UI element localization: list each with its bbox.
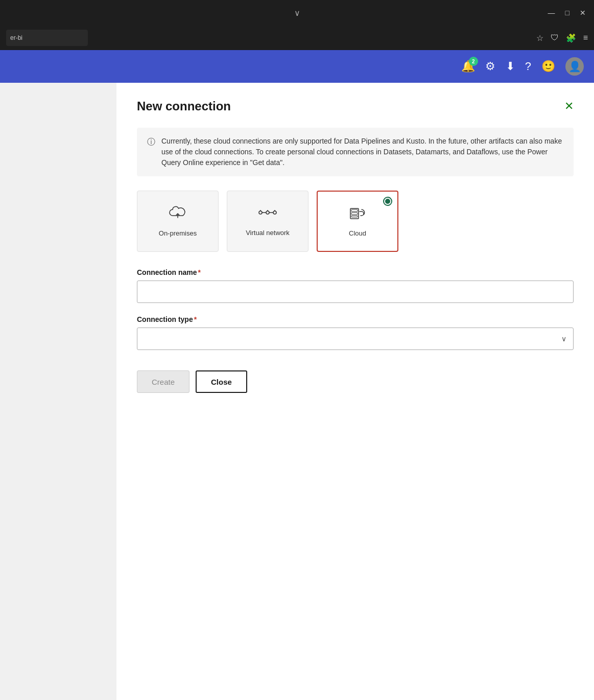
new-connection-panel: New connection ✕ ⓘ Currently, these clou… bbox=[116, 83, 594, 700]
card-virtual-network[interactable]: Virtual network bbox=[227, 191, 308, 252]
info-banner-text: Currently, these cloud connections are o… bbox=[161, 136, 563, 168]
info-banner: ⓘ Currently, these cloud connections are… bbox=[137, 128, 574, 176]
on-premises-label: On-premises bbox=[159, 229, 197, 238]
main-area: New connection ✕ ⓘ Currently, these clou… bbox=[0, 83, 594, 700]
cloud-icon bbox=[348, 204, 367, 224]
notification-badge: 2 bbox=[469, 57, 478, 66]
settings-gear-icon[interactable]: ⚙ bbox=[485, 60, 495, 73]
svg-rect-6 bbox=[351, 216, 358, 217]
connection-type-required: * bbox=[194, 315, 197, 323]
cloud-radio-selected bbox=[383, 197, 392, 206]
cloud-label: Cloud bbox=[349, 229, 366, 238]
extension-icon[interactable]: 🧩 bbox=[566, 33, 576, 43]
browser-center-controls: ∨ bbox=[294, 8, 300, 18]
browser-titlebar: ∨ — □ ✕ bbox=[0, 0, 594, 26]
radio-inner bbox=[385, 199, 390, 204]
svg-rect-4 bbox=[351, 209, 358, 212]
dialog-title-row: New connection ✕ bbox=[137, 99, 574, 113]
connection-name-input[interactable] bbox=[137, 281, 574, 303]
address-bar[interactable]: er-bi bbox=[6, 30, 88, 46]
shield-icon[interactable]: 🛡 bbox=[551, 33, 559, 42]
download-icon[interactable]: ⬇ bbox=[506, 60, 515, 73]
dialog-close-button[interactable]: ✕ bbox=[564, 100, 574, 113]
connection-name-field: Connection name* bbox=[137, 268, 574, 315]
feedback-smiley-icon[interactable]: 🙂 bbox=[541, 60, 555, 73]
on-premises-icon bbox=[169, 204, 187, 224]
info-circle-icon: ⓘ bbox=[147, 137, 155, 168]
minimize-button[interactable]: — bbox=[548, 9, 555, 17]
menu-icon[interactable]: ≡ bbox=[583, 33, 588, 42]
svg-rect-5 bbox=[351, 213, 358, 215]
create-button[interactable]: Create bbox=[137, 370, 189, 393]
connection-name-required: * bbox=[198, 268, 200, 276]
action-buttons: Create Close bbox=[137, 370, 574, 393]
avatar-icon: 👤 bbox=[568, 60, 581, 73]
connection-type-field: Connection type* ∨ bbox=[137, 315, 574, 350]
connection-type-select[interactable] bbox=[137, 328, 574, 350]
bookmark-icon[interactable]: ☆ bbox=[536, 33, 543, 43]
help-question-icon[interactable]: ? bbox=[525, 60, 531, 73]
connection-type-cards: On-premises Virtual network bbox=[137, 191, 574, 252]
dialog-title: New connection bbox=[137, 99, 231, 113]
card-cloud[interactable]: Cloud bbox=[317, 191, 398, 252]
connection-type-label: Connection type* bbox=[137, 315, 574, 323]
browser-toolbar-icons: ☆ 🛡 🧩 ≡ bbox=[536, 33, 588, 43]
notification-bell-icon[interactable]: 🔔 2 bbox=[461, 60, 475, 73]
maximize-button[interactable]: □ bbox=[565, 9, 569, 17]
close-button[interactable]: Close bbox=[196, 370, 247, 393]
virtual-network-label: Virtual network bbox=[246, 229, 290, 238]
app-topbar: 🔔 2 ⚙ ⬇ ? 🙂 👤 bbox=[0, 50, 594, 83]
svg-point-1 bbox=[266, 211, 269, 214]
address-text: er-bi bbox=[10, 34, 22, 41]
chevron-down-icon[interactable]: ∨ bbox=[294, 8, 300, 18]
sidebar bbox=[0, 83, 116, 700]
connection-type-select-wrapper[interactable]: ∨ bbox=[137, 328, 574, 350]
address-bar-row: er-bi ☆ 🛡 🧩 ≡ bbox=[0, 26, 594, 50]
window-controls: — □ ✕ bbox=[548, 9, 586, 17]
close-button[interactable]: ✕ bbox=[580, 9, 586, 17]
svg-point-0 bbox=[259, 211, 262, 214]
virtual-network-icon bbox=[258, 205, 277, 224]
connection-name-label: Connection name* bbox=[137, 268, 574, 276]
avatar[interactable]: 👤 bbox=[565, 57, 584, 76]
svg-point-2 bbox=[273, 211, 276, 214]
card-on-premises[interactable]: On-premises bbox=[137, 191, 219, 252]
